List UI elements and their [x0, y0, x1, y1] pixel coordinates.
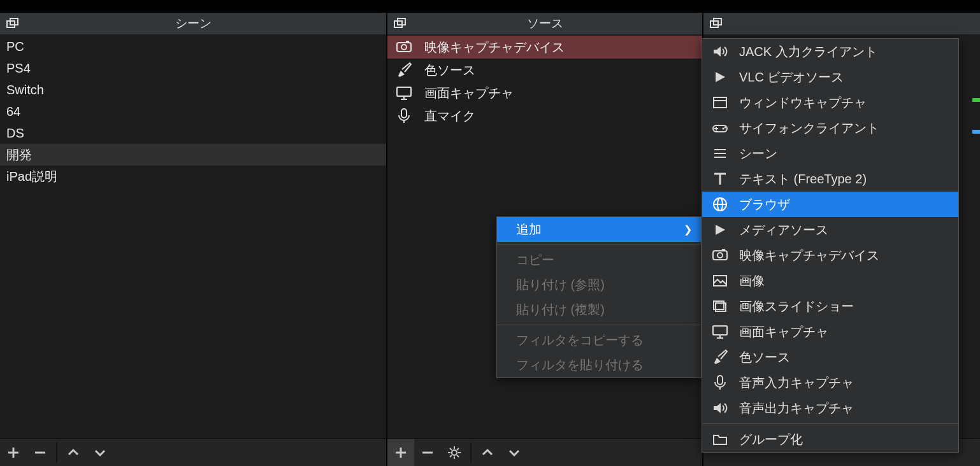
submenu-browser[interactable]: ブラウザ	[702, 192, 958, 217]
sources-header: ソース	[387, 13, 702, 34]
play-icon	[711, 222, 729, 238]
image-icon	[711, 272, 729, 289]
app-root: シーン PC PS4 Switch 64 DS 開発 iPad説明 ソース	[0, 0, 980, 466]
ctx-paste-filters: フィルタを貼り付ける	[497, 353, 701, 378]
scene-item-selected[interactable]: 開発	[0, 144, 386, 166]
meter-indicator	[972, 98, 980, 102]
mixer-header	[703, 13, 980, 34]
monitor-icon	[394, 84, 414, 102]
scenes-panel: シーン PC PS4 Switch 64 DS 開発 iPad説明	[0, 0, 387, 466]
brush-icon	[711, 349, 729, 365]
submenu-color[interactable]: 色ソース	[702, 344, 958, 370]
ctx-add[interactable]: 追加 ❯	[497, 217, 701, 242]
camera-icon	[711, 247, 729, 264]
ctx-copy: コピー	[497, 248, 701, 272]
globe-icon	[711, 196, 729, 213]
meter-indicator	[972, 130, 980, 134]
play-icon	[711, 69, 729, 85]
scenes-header: シーン	[0, 13, 386, 34]
scene-item[interactable]: 64	[0, 101, 386, 122]
add-source-button[interactable]	[387, 439, 414, 467]
source-label: 画面キャプチャ	[424, 85, 514, 102]
source-label: 直マイク	[424, 108, 475, 125]
scenes-list[interactable]: PC PS4 Switch 64 DS 開発 iPad説明	[0, 34, 386, 438]
sources-title: ソース	[387, 15, 702, 32]
camera-icon	[394, 38, 414, 56]
submenu-display-capture[interactable]: 画面キャプチャ	[702, 319, 958, 344]
submenu-window-capture[interactable]: ウィンドウキャプチャ	[702, 90, 958, 115]
source-properties-button[interactable]	[441, 439, 468, 467]
move-scene-down-button[interactable]	[87, 439, 113, 467]
submenu-syphon[interactable]: サイフォンクライアント	[702, 115, 958, 141]
monitor-icon	[711, 323, 729, 340]
source-item-selected[interactable]: 映像キャプチャデバイス	[387, 36, 702, 59]
source-item[interactable]: 色ソース	[387, 59, 702, 81]
scenes-toolbar	[0, 438, 386, 466]
ctx-paste-ref: 貼り付け (参照)	[497, 272, 701, 297]
scene-item[interactable]: iPad説明	[0, 166, 386, 187]
source-item[interactable]: 画面キャプチャ	[387, 81, 702, 104]
mic-icon	[394, 107, 414, 125]
scene-item[interactable]: PC	[0, 36, 386, 57]
submenu-audio-in[interactable]: 音声入力キャプチャ	[702, 370, 958, 395]
popout-icon[interactable]	[391, 15, 408, 32]
add-scene-button[interactable]	[0, 439, 27, 467]
sources-toolbar	[387, 438, 702, 466]
submenu-group[interactable]: グループ化	[702, 427, 958, 452]
popout-icon[interactable]	[4, 15, 20, 32]
popout-icon[interactable]	[707, 15, 724, 32]
source-item[interactable]: 直マイク	[387, 104, 702, 127]
speaker-icon	[711, 43, 729, 60]
submenu-media[interactable]: メディアソース	[702, 217, 958, 243]
submenu-audio-out[interactable]: 音声出力キャプチャ	[702, 395, 958, 421]
text-icon	[711, 171, 729, 187]
submenu-image[interactable]: 画像	[702, 268, 958, 293]
source-label: 色ソース	[424, 62, 475, 79]
mic-icon	[711, 374, 729, 391]
move-source-up-button[interactable]	[474, 439, 501, 467]
scene-item[interactable]: DS	[0, 122, 386, 144]
gamepad-icon	[711, 120, 729, 136]
list-icon	[711, 145, 729, 162]
add-source-submenu: JACK 入力クライアント VLC ビデオソース ウィンドウキャプチャ サイフォ…	[702, 38, 959, 453]
slideshow-icon	[711, 298, 729, 314]
remove-scene-button[interactable]	[27, 439, 54, 467]
submenu-video-capture[interactable]: 映像キャプチャデバイス	[702, 243, 958, 268]
ctx-paste-dup: 貼り付け (複製)	[497, 297, 701, 322]
remove-source-button[interactable]	[414, 439, 441, 467]
scene-item[interactable]: Switch	[0, 79, 386, 101]
source-context-menu: 追加 ❯ コピー 貼り付け (参照) 貼り付け (複製) フィルタをコピーする …	[496, 216, 702, 378]
chevron-right-icon: ❯	[684, 223, 692, 236]
submenu-vlc[interactable]: VLC ビデオソース	[702, 64, 958, 90]
scenes-title: シーン	[0, 15, 386, 32]
submenu-scene[interactable]: シーン	[702, 141, 958, 166]
brush-icon	[394, 61, 414, 79]
submenu-slideshow[interactable]: 画像スライドショー	[702, 293, 958, 319]
move-scene-up-button[interactable]	[60, 439, 87, 467]
folder-icon	[711, 431, 729, 448]
move-source-down-button[interactable]	[501, 439, 528, 467]
scene-item[interactable]: PS4	[0, 57, 386, 79]
ctx-copy-filters: フィルタをコピーする	[497, 328, 701, 353]
source-label: 映像キャプチャデバイス	[424, 39, 565, 56]
window-icon	[711, 94, 729, 111]
submenu-text[interactable]: テキスト (FreeType 2)	[702, 166, 958, 192]
speaker-icon	[711, 400, 729, 416]
submenu-jack[interactable]: JACK 入力クライアント	[702, 39, 958, 64]
